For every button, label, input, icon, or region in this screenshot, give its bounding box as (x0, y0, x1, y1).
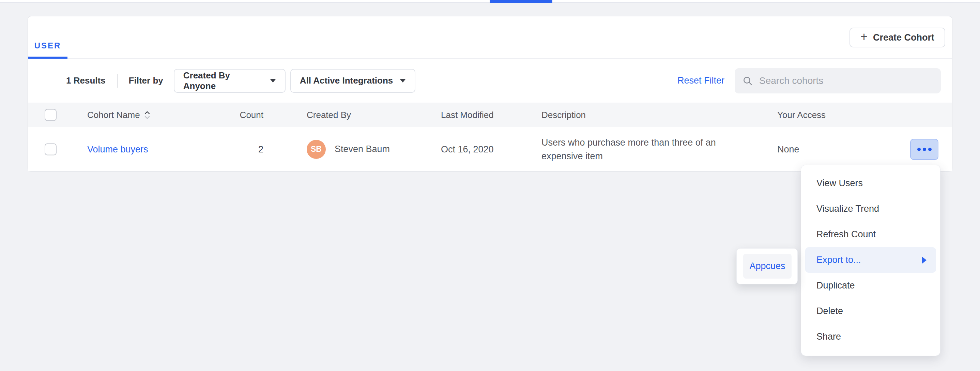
menu-item-share[interactable]: Share (801, 324, 940, 350)
menu-item-view-users[interactable]: View Users (801, 170, 940, 196)
plus-icon: + (861, 31, 867, 43)
submenu-arrow-icon (922, 256, 926, 264)
create-cohort-label: Create Cohort (873, 32, 934, 43)
filter-bar: 1 Results Filter by Created By Anyone Al… (28, 59, 952, 103)
cohorts-panel: USER + Create Cohort 1 Results Filter by… (28, 16, 952, 172)
header-count[interactable]: Count (219, 110, 263, 120)
tab-user[interactable]: USER (28, 16, 67, 59)
cohort-count: 2 (219, 144, 263, 154)
ellipsis-icon (928, 148, 932, 151)
header-cohort-name[interactable]: Cohort Name (87, 110, 150, 120)
search-icon (742, 75, 753, 86)
your-access-cell: None (777, 144, 799, 154)
sort-icon (144, 110, 150, 120)
integrations-dropdown-value: All Active Integrations (300, 75, 393, 86)
created-by-dropdown-value: Created By Anyone (183, 70, 264, 91)
chevron-down-icon (270, 79, 276, 83)
row-checkbox-cell (45, 143, 57, 155)
header-your-access[interactable]: Your Access (777, 110, 826, 120)
divider (117, 74, 118, 88)
integrations-dropdown[interactable]: All Active Integrations (290, 69, 415, 93)
export-submenu: Appcues (737, 248, 798, 284)
tab-user-underline (28, 57, 67, 59)
menu-item-export-to[interactable]: Export to... (805, 247, 936, 273)
menu-item-export-to-label: Export to... (816, 255, 861, 265)
tab-bar: USER + Create Cohort (28, 16, 952, 59)
header-last-modified[interactable]: Last Modified (441, 110, 494, 120)
filter-by-label: Filter by (129, 75, 163, 86)
created-by-dropdown[interactable]: Created By Anyone (174, 69, 286, 93)
header-created-by[interactable]: Created By (307, 110, 351, 120)
header-cohort-name-label: Cohort Name (87, 110, 140, 120)
select-all-checkbox[interactable] (45, 109, 57, 121)
header-description[interactable]: Description (541, 110, 734, 120)
menu-item-duplicate[interactable]: Duplicate (801, 273, 940, 298)
description-cell: Users who purchase more than three of an… (541, 136, 734, 163)
row-checkbox[interactable] (45, 143, 57, 155)
tab-user-label: USER (34, 41, 61, 51)
ellipsis-icon (917, 148, 921, 151)
create-cohort-button[interactable]: + Create Cohort (850, 28, 945, 48)
reset-filter-link[interactable]: Reset Filter (678, 75, 724, 86)
active-tab-indicator (490, 0, 552, 3)
created-by-cell: SB Steven Baum (307, 140, 390, 159)
ellipsis-icon (923, 148, 926, 151)
search-box[interactable] (735, 68, 941, 94)
submenu-item-appcues[interactable]: Appcues (743, 254, 792, 279)
top-nav-strip (0, 0, 980, 3)
results-count: 1 Results (66, 75, 106, 86)
last-modified-cell: Oct 16, 2020 (441, 144, 494, 154)
avatar: SB (307, 140, 326, 159)
menu-item-visualize-trend[interactable]: Visualize Trend (801, 196, 940, 221)
select-all-checkbox-cell (45, 109, 57, 121)
search-input[interactable] (759, 75, 933, 86)
menu-item-refresh-count[interactable]: Refresh Count (801, 221, 940, 247)
created-by-name: Steven Baum (335, 144, 390, 154)
row-actions-button[interactable] (910, 139, 939, 160)
table-header-row: Cohort Name Count Created By Last Modifi… (28, 103, 952, 127)
cohort-name-link[interactable]: Volume buyers (87, 144, 148, 154)
row-context-menu: View Users Visualize Trend Refresh Count… (801, 165, 940, 356)
menu-item-delete[interactable]: Delete (801, 298, 940, 324)
chevron-down-icon (400, 79, 406, 83)
